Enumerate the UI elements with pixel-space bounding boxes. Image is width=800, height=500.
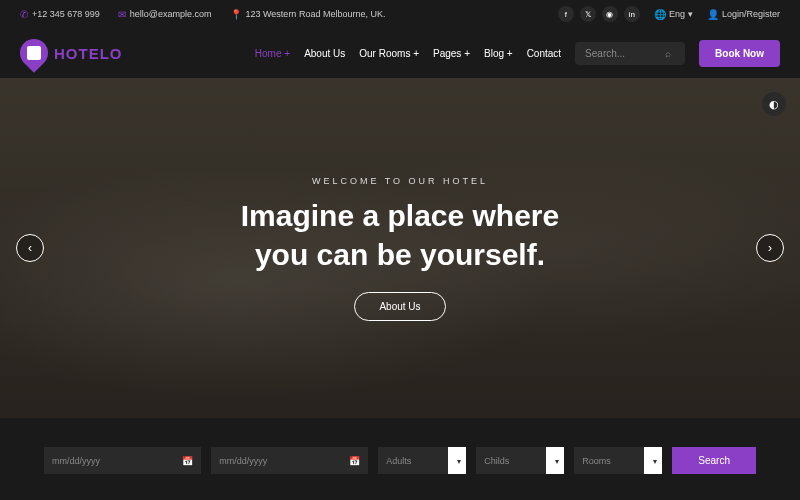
adults-label: Adults [386, 456, 411, 466]
lang-label: Eng [669, 9, 685, 19]
address-info: 📍123 Western Road Melbourne, UK. [230, 9, 386, 20]
calendar-icon: 📅 [349, 456, 360, 466]
nav-menu: Home +About UsOur Rooms +Pages +Blog +Co… [255, 48, 561, 59]
childs-select[interactable]: Childs▾ [476, 447, 564, 474]
phone-text: +12 345 678 999 [32, 9, 100, 19]
email-info[interactable]: ✉hello@example.com [118, 9, 212, 20]
chevron-down-icon: ▾ [555, 456, 559, 465]
globe-icon: 🌐 [654, 9, 666, 20]
chevron-down-icon: ▾ [653, 456, 657, 465]
booking-search-button[interactable]: Search [672, 447, 756, 474]
address-text: 123 Western Road Melbourne, UK. [246, 9, 386, 19]
dark-mode-toggle[interactable]: ◐ [762, 92, 786, 116]
search-icon[interactable]: ⌕ [665, 48, 671, 59]
adults-select[interactable]: Adults▾ [378, 447, 466, 474]
rooms-label: Rooms [582, 456, 611, 466]
booking-bar: mm/dd/yyyy📅 mm/dd/yyyy📅 Adults▾ Childs▾ … [30, 433, 770, 488]
carousel-next-button[interactable]: › [756, 234, 784, 262]
book-now-button[interactable]: Book Now [699, 40, 780, 67]
login-register-link[interactable]: 👤Login/Register [707, 9, 780, 20]
checkin-date-input[interactable]: mm/dd/yyyy📅 [44, 447, 201, 474]
checkout-date-input[interactable]: mm/dd/yyyy📅 [211, 447, 368, 474]
about-us-button[interactable]: About Us [354, 292, 445, 321]
location-icon: 📍 [230, 9, 242, 20]
topbar-left: ✆+12 345 678 999 ✉hello@example.com 📍123… [20, 9, 385, 20]
user-icon: 👤 [707, 9, 719, 20]
hero-subtitle: WELCOME TO OUR HOTEL [241, 176, 559, 186]
checkout-placeholder: mm/dd/yyyy [219, 456, 267, 466]
carousel-prev-button[interactable]: ‹ [16, 234, 44, 262]
email-text: hello@example.com [130, 9, 212, 19]
navbar: HOTELO Home +About UsOur Rooms +Pages +B… [0, 28, 800, 78]
hero-section: ◐ ‹ › WELCOME TO OUR HOTEL Imagine a pla… [0, 78, 800, 418]
social-links: f 𝕏 ◉ in [558, 6, 640, 22]
childs-label: Childs [484, 456, 509, 466]
topbar: ✆+12 345 678 999 ✉hello@example.com 📍123… [0, 0, 800, 28]
moon-icon: ◐ [769, 98, 779, 111]
chevron-right-icon: › [768, 241, 772, 255]
hero-content: WELCOME TO OUR HOTEL Imagine a place whe… [241, 176, 559, 321]
language-selector[interactable]: 🌐Eng▾ [654, 9, 693, 20]
linkedin-icon[interactable]: in [624, 6, 640, 22]
hero-title: Imagine a place where you can be yoursel… [241, 196, 559, 274]
chevron-left-icon: ‹ [28, 241, 32, 255]
rooms-select[interactable]: Rooms▾ [574, 447, 662, 474]
calendar-icon: 📅 [182, 456, 193, 466]
nav-item-contact[interactable]: Contact [527, 48, 561, 59]
logo[interactable]: HOTELO [20, 39, 123, 67]
search-input[interactable] [585, 48, 665, 59]
hero-title-line2: you can be yourself. [241, 235, 559, 274]
mail-icon: ✉ [118, 9, 126, 20]
logo-icon [14, 33, 54, 73]
search-box[interactable]: ⌕ [575, 42, 685, 65]
instagram-icon[interactable]: ◉ [602, 6, 618, 22]
nav-item-about-us[interactable]: About Us [304, 48, 345, 59]
hero-title-line1: Imagine a place where [241, 196, 559, 235]
chevron-down-icon: ▾ [688, 9, 693, 19]
topbar-right: f 𝕏 ◉ in 🌐Eng▾ 👤Login/Register [558, 6, 780, 22]
nav-item-pages[interactable]: Pages + [433, 48, 470, 59]
x-icon[interactable]: 𝕏 [580, 6, 596, 22]
checkin-placeholder: mm/dd/yyyy [52, 456, 100, 466]
brand-name: HOTELO [54, 45, 123, 62]
phone-icon: ✆ [20, 9, 28, 20]
phone-info[interactable]: ✆+12 345 678 999 [20, 9, 100, 20]
facebook-icon[interactable]: f [558, 6, 574, 22]
login-label: Login/Register [722, 9, 780, 19]
nav-item-our-rooms[interactable]: Our Rooms + [359, 48, 419, 59]
nav-item-home[interactable]: Home + [255, 48, 290, 59]
chevron-down-icon: ▾ [457, 456, 461, 465]
nav-item-blog[interactable]: Blog + [484, 48, 513, 59]
